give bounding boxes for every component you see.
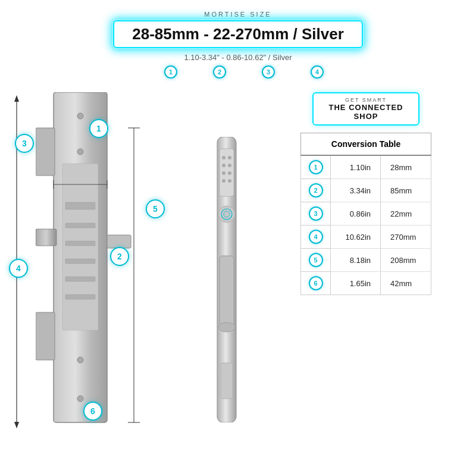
brand-get-smart: GET SMART xyxy=(322,97,410,103)
svg-rect-5 xyxy=(107,235,131,248)
neon-title-box: 28-85mm - 22-270mm / Silver xyxy=(113,20,363,48)
svg-rect-14 xyxy=(65,259,95,264)
svg-rect-11 xyxy=(65,202,95,209)
table-row: 4 10.62in 270mm xyxy=(301,226,431,249)
table-circle-6: 6 xyxy=(309,276,323,290)
svg-point-6 xyxy=(77,113,83,119)
table-circle-2: 2 xyxy=(309,183,323,198)
svg-point-30 xyxy=(228,156,231,159)
svg-rect-13 xyxy=(65,241,95,246)
svg-point-34 xyxy=(228,171,231,175)
diagram-circle-5: 5 xyxy=(146,199,165,218)
main-title: 28-85mm - 22-270mm / Silver xyxy=(132,25,344,43)
table-circle-4: 4 xyxy=(309,230,323,244)
svg-point-29 xyxy=(222,156,226,159)
inches-cell: 1.65in xyxy=(331,272,381,295)
mortise-label: MORTISE SIZE xyxy=(12,11,464,18)
svg-point-41 xyxy=(218,322,235,332)
diagram-circle-6: 6 xyxy=(83,402,102,421)
mm-cell: 22mm xyxy=(381,202,431,226)
diagram-circle-1: 1 xyxy=(89,119,108,138)
inches-cell: 0.86in xyxy=(331,202,381,226)
table-row: 5 8.18in 208mm xyxy=(301,249,431,272)
subtitle: 1.10-3.34" - 0.86-10.62" / Silver xyxy=(12,53,464,62)
svg-rect-12 xyxy=(65,223,95,228)
mm-cell: 85mm xyxy=(381,179,431,202)
table-circle-3: 3 xyxy=(309,206,323,221)
table-header: Conversion Table xyxy=(301,133,431,156)
marker-1: 1 xyxy=(164,65,177,79)
svg-rect-42 xyxy=(221,363,233,399)
main-content: 1 2 3 4 5 6 xyxy=(0,86,476,449)
svg-point-33 xyxy=(222,171,226,175)
right-section: GET SMART THE CONNECTED SHOP Conversion … xyxy=(262,86,470,449)
header-section: MORTISE SIZE 28-85mm - 22-270mm / Silver… xyxy=(0,0,476,86)
marker-2: 2 xyxy=(213,65,226,79)
table-circle-5: 5 xyxy=(309,253,323,267)
mm-cell: 270mm xyxy=(381,226,431,249)
svg-marker-25 xyxy=(14,95,19,102)
svg-point-8 xyxy=(77,149,83,155)
svg-rect-40 xyxy=(220,256,234,327)
svg-rect-10 xyxy=(62,164,98,330)
brand-name: THE CONNECTED SHOP xyxy=(322,103,410,121)
table-row: 6 1.65in 42mm xyxy=(301,272,431,295)
svg-marker-26 xyxy=(14,422,19,428)
conversion-table: Conversion Table 1 1.10in 28mm 2 3.34in … xyxy=(300,133,431,295)
table-circle-1: 1 xyxy=(309,160,323,174)
marker-4: 4 xyxy=(311,65,324,79)
handle-svg xyxy=(204,137,249,422)
inches-cell: 1.10in xyxy=(331,155,381,179)
diagram-section: 1 2 3 4 5 6 xyxy=(6,86,190,449)
svg-point-36 xyxy=(228,179,231,183)
table-row: 1 1.10in 28mm xyxy=(301,155,431,179)
mm-cell: 42mm xyxy=(381,272,431,295)
inches-cell: 8.18in xyxy=(331,249,381,272)
diagram-circle-4: 4 xyxy=(9,259,28,278)
brand-box: GET SMART THE CONNECTED SHOP xyxy=(312,92,419,126)
inches-cell: 10.62in xyxy=(331,226,381,249)
diagram-circle-2: 2 xyxy=(110,247,129,266)
handle-section xyxy=(196,86,256,449)
svg-point-32 xyxy=(228,164,231,167)
svg-point-37 xyxy=(218,206,235,223)
inches-cell: 3.34in xyxy=(331,179,381,202)
mm-cell: 208mm xyxy=(381,249,431,272)
svg-rect-28 xyxy=(220,149,234,196)
svg-point-9 xyxy=(77,357,83,363)
svg-rect-16 xyxy=(65,295,95,299)
svg-rect-15 xyxy=(65,277,95,281)
diagram-circle-3: 3 xyxy=(15,134,34,153)
svg-point-31 xyxy=(222,164,226,167)
mm-cell: 28mm xyxy=(381,155,431,179)
mortise-image-container: 1 2 3 4 5 6 xyxy=(6,86,190,431)
marker-3: 3 xyxy=(262,65,275,79)
table-row: 3 0.86in 22mm xyxy=(301,202,431,226)
markers-row: 1 2 3 4 xyxy=(12,65,464,79)
mortise-svg xyxy=(36,92,167,431)
svg-point-35 xyxy=(222,179,226,183)
svg-point-7 xyxy=(77,396,83,402)
table-row: 2 3.34in 85mm xyxy=(301,179,431,202)
